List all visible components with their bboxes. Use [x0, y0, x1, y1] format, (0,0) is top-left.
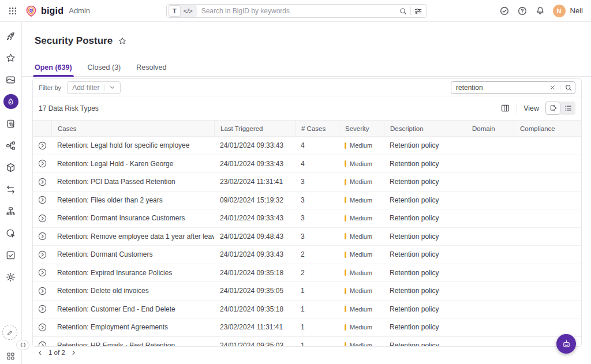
expand-row-icon[interactable] — [38, 304, 47, 314]
table-row[interactable]: Retention: Expired Insurance Policies 24… — [33, 264, 581, 283]
list-view-button[interactable] — [560, 102, 575, 115]
expand-row-icon[interactable] — [38, 195, 47, 205]
add-filter-label: Add filter — [72, 84, 99, 92]
case-count: 4 — [295, 137, 339, 155]
user-name[interactable]: Neil — [570, 6, 583, 15]
sidebar-item-org-structure[interactable] — [0, 200, 22, 222]
expand-column-header — [33, 121, 51, 136]
edit-pencil-button[interactable] — [2, 325, 17, 340]
sidebar-item-settings[interactable] — [0, 266, 22, 288]
view-label: View — [523, 104, 539, 112]
table-search-input[interactable] — [451, 84, 547, 92]
expand-row-icon[interactable] — [38, 141, 47, 151]
search-icon[interactable] — [562, 84, 575, 92]
severity-label: Medium — [350, 251, 372, 258]
brand[interactable]: bigid Admin — [25, 5, 90, 17]
sidebar-item-web[interactable] — [0, 222, 22, 244]
case-name: Retention: Employment Agreements — [51, 318, 214, 336]
sidebar-item-tasks[interactable] — [0, 244, 22, 266]
sidebar-item-inventory[interactable] — [0, 69, 22, 91]
table-row[interactable]: Retention: Legal Hold - Karen George 24/… — [33, 155, 581, 174]
domain — [466, 282, 514, 300]
assistant-fab-button[interactable] — [556, 334, 576, 354]
compliance — [514, 301, 581, 318]
sidebar-item-favorites[interactable] — [0, 47, 22, 69]
add-filter-button[interactable]: Add filter — [67, 81, 121, 94]
prev-page-icon[interactable] — [37, 350, 43, 356]
text-search-toggle[interactable]: T — [169, 6, 180, 16]
table-row[interactable]: Retention: Remove employee data 1 year a… — [33, 228, 581, 246]
severity-bar — [345, 288, 346, 294]
tree-view-button[interactable] — [545, 102, 560, 115]
clear-search-icon[interactable] — [547, 84, 558, 91]
app-grid-icon[interactable] — [8, 6, 17, 16]
table-row[interactable]: Retention: Dormant Insurance Customers 2… — [33, 209, 581, 228]
table-row[interactable]: Retention: Delete old invoices 24/01/202… — [33, 282, 581, 301]
divider — [517, 104, 517, 113]
table-row[interactable]: Retention: Legal hold for specific emplo… — [33, 137, 581, 155]
domain — [466, 228, 514, 246]
last-triggered: 23/02/2024 11:31:41 — [214, 318, 295, 336]
bell-icon[interactable] — [535, 6, 545, 16]
tab-closed[interactable]: Closed (3) — [88, 63, 121, 76]
expand-row-icon[interactable] — [38, 322, 47, 332]
image-wave-icon — [5, 74, 16, 85]
column-header-severity[interactable]: Severity — [339, 121, 384, 136]
filter-settings-icon[interactable] — [414, 7, 422, 16]
divider — [104, 84, 104, 91]
tab-resolved[interactable]: Resolved — [136, 63, 166, 76]
expand-row-icon[interactable] — [38, 159, 47, 168]
expand-row-icon[interactable] — [38, 286, 47, 296]
sidebar-item-reports[interactable] — [0, 112, 22, 134]
data-droplet-icon — [3, 94, 18, 109]
sidebar-collapse-toggle[interactable] — [16, 340, 29, 350]
filter-bar: Filter by Add filter — [33, 79, 581, 96]
results-card: Filter by Add filter 17 Data Risk Types — [32, 78, 582, 347]
severity-label: Medium — [350, 215, 372, 222]
sidebar-item-transfers[interactable] — [0, 178, 22, 200]
columns-icon[interactable] — [500, 103, 510, 113]
check-circle-icon[interactable] — [499, 6, 510, 16]
sidebar-item-rocket[interactable] — [0, 25, 22, 47]
column-header-cases[interactable]: Cases — [51, 121, 214, 136]
expand-row-icon[interactable] — [38, 340, 47, 347]
column-header-domain[interactable]: Domain — [466, 121, 514, 136]
apps-grid-icon[interactable] — [6, 351, 16, 361]
sidebar-item-data-risk-active[interactable] — [0, 91, 22, 112]
global-search-input[interactable] — [197, 7, 399, 15]
expand-row-icon[interactable] — [38, 268, 47, 277]
divider — [410, 7, 411, 15]
bigid-logo — [25, 5, 38, 17]
severity-label: Medium — [350, 160, 372, 167]
table-row[interactable]: Retention: Dormant Customers 24/01/2024 … — [33, 246, 581, 264]
expand-row-icon[interactable] — [38, 177, 47, 187]
help-icon[interactable] — [517, 6, 528, 16]
table-row[interactable]: Retention: Employment Agreements 23/02/2… — [33, 318, 581, 337]
column-header-description[interactable]: Description — [384, 121, 466, 136]
column-header-num-cases[interactable]: # Cases — [295, 121, 339, 136]
table-row[interactable]: Retention: Files older than 2 years 09/0… — [33, 192, 581, 210]
sidebar-item-workflow[interactable] — [0, 134, 22, 156]
column-header-last-triggered[interactable]: Last Triggered — [214, 121, 295, 136]
table-row[interactable]: Retention: PCI Data Passed Retention 23/… — [33, 173, 581, 192]
search-icon[interactable] — [399, 7, 407, 16]
avatar[interactable]: N — [553, 5, 566, 17]
code-search-toggle[interactable]: </> — [180, 6, 196, 16]
brand-name: bigid — [41, 6, 63, 16]
severity-bar — [345, 306, 346, 312]
column-header-compliance[interactable]: Compliance — [514, 121, 581, 136]
table-row[interactable]: Retention: HR Emails - Best Retention 24… — [33, 337, 581, 347]
table-row[interactable]: Retention: Customer End - End Delete 24/… — [33, 301, 581, 319]
result-count-label: 17 Data Risk Types — [39, 104, 99, 112]
favorite-star-icon[interactable] — [118, 36, 127, 46]
domain — [466, 264, 514, 282]
next-page-icon[interactable] — [70, 350, 77, 356]
tab-open[interactable]: Open (639) — [35, 63, 72, 76]
expand-row-icon[interactable] — [38, 250, 47, 260]
sidebar-item-catalog[interactable] — [0, 156, 22, 178]
tab-bar: Open (639) Closed (3) Resolved — [22, 62, 591, 77]
expand-row-icon[interactable] — [38, 231, 47, 241]
pencil-icon — [6, 329, 14, 336]
description: Retention policy — [384, 173, 466, 191]
expand-row-icon[interactable] — [38, 213, 47, 223]
